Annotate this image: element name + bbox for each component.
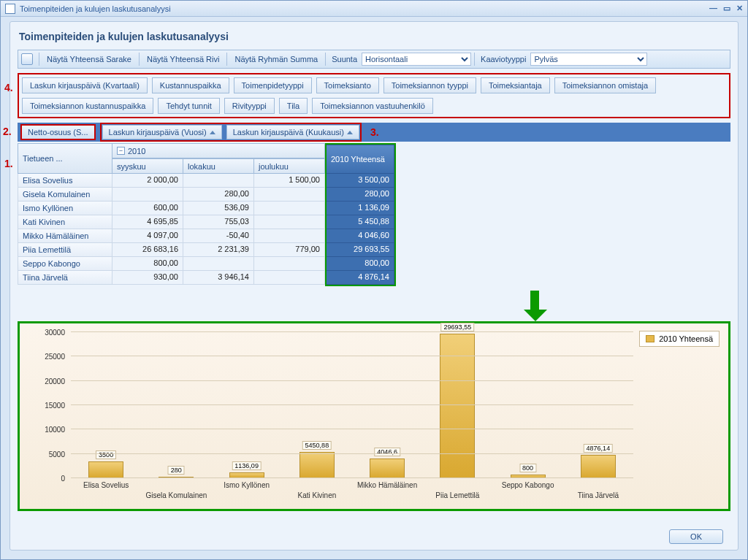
filter-chip[interactable]: Tila — [279, 98, 308, 114]
data-cell[interactable]: 2 000,00 — [112, 174, 183, 188]
row-header[interactable]: Tiina Järvelä — [18, 271, 112, 285]
x-tick-label: Mikko Hämäläinen — [352, 481, 422, 506]
row-header[interactable]: Gisela Komulainen — [18, 188, 112, 202]
data-cell[interactable]: 280,00 — [183, 188, 254, 202]
data-cell[interactable] — [254, 202, 325, 215]
y-tick: 5000 — [49, 450, 65, 458]
data-cell[interactable]: 26 683,16 — [112, 243, 183, 257]
row-header[interactable]: Piia Lemettilä — [18, 243, 112, 257]
data-cell[interactable]: 779,00 — [254, 243, 325, 257]
data-cell[interactable]: -50,40 — [183, 229, 254, 243]
filter-chip[interactable]: Toimenpidetyyppi — [234, 77, 312, 93]
month-header[interactable]: lokakuu — [183, 158, 254, 174]
y-tick: 0 — [61, 475, 65, 483]
row-field-chip[interactable]: Tietueen ... — [18, 143, 112, 174]
total-cell[interactable]: 29 693,55 — [327, 243, 394, 257]
data-cell[interactable]: 2 231,39 — [183, 243, 254, 257]
data-cell[interactable] — [183, 174, 254, 188]
data-cell[interactable]: 755,03 — [183, 215, 254, 229]
filter-chip[interactable]: Laskun kirjauspäivä (Kvartaali) — [22, 77, 148, 93]
page-title: Toimenpiteiden ja kulujen laskutusanalyy… — [18, 28, 730, 50]
row-header[interactable]: Elisa Sovelius — [18, 174, 112, 188]
y-tick: 20000 — [45, 377, 65, 385]
data-cell[interactable]: 4 097,00 — [112, 229, 183, 243]
charttype-select[interactable]: Pylväs — [530, 53, 647, 66]
data-cell[interactable] — [254, 271, 325, 285]
month-header[interactable]: joulukuu — [254, 158, 325, 174]
data-cell[interactable]: 600,00 — [112, 202, 183, 215]
row-header[interactable]: Seppo Kabongo — [18, 257, 112, 271]
chart-bar[interactable] — [370, 459, 405, 478]
chart-bar[interactable] — [581, 455, 616, 479]
column-field-area[interactable]: 2. Netto-osuus (S... Laskun kirjauspäivä… — [18, 123, 730, 142]
total-cell[interactable]: 800,00 — [327, 257, 394, 271]
data-cell[interactable] — [112, 188, 183, 202]
data-cell[interactable]: 930,00 — [112, 271, 183, 285]
row-header[interactable]: Ismo Kyllönen — [18, 202, 112, 215]
total-cell[interactable]: 4 876,14 — [327, 271, 394, 285]
titlebar[interactable]: Toimenpiteiden ja kulujen laskutusanalyy… — [1, 1, 747, 17]
filter-chip[interactable]: Toimeksiannon vastuuhenkilö — [312, 98, 433, 114]
collapse-icon[interactable]: − — [117, 147, 125, 155]
y-tick: 30000 — [45, 329, 65, 337]
toggle-total-row[interactable]: Näytä Yhteensä Rivi — [142, 53, 224, 66]
filter-chip[interactable]: Toimeksiannon tyyppi — [383, 77, 476, 93]
chart-bar[interactable] — [88, 461, 123, 478]
bar-value-label: 5450,88 — [302, 441, 332, 450]
total-header[interactable]: 2010 Yhteensä — [327, 145, 394, 174]
bar-value-label: 800 — [519, 464, 536, 472]
bar-value-label: 4046,6 — [374, 448, 400, 456]
toggle-total-column[interactable]: Näytä Yhteensä Sarake — [42, 53, 136, 66]
total-cell[interactable]: 1 136,09 — [327, 202, 394, 215]
data-cell[interactable]: 536,09 — [183, 202, 254, 215]
sort-asc-icon — [210, 131, 215, 134]
filter-chip[interactable]: Toimeksiannon kustannuspaikka — [22, 98, 153, 114]
filter-chip[interactable]: Toimeksianto — [316, 77, 379, 93]
toggle-group-sum[interactable]: Näytä Ryhmän Summa — [230, 53, 322, 66]
total-cell[interactable]: 280,00 — [327, 188, 394, 202]
data-cell[interactable] — [254, 215, 325, 229]
bar-value-label: 4876,14 — [584, 444, 614, 453]
close-button[interactable]: ✕ — [736, 4, 743, 13]
year-header[interactable]: −2010 — [112, 143, 325, 158]
direction-select[interactable]: Horisontaali — [362, 53, 471, 66]
filter-chip[interactable]: Kustannuspaikka — [152, 77, 229, 93]
bar-value-label: 29693,55 — [441, 323, 475, 331]
data-cell[interactable]: 1 500,00 — [254, 174, 325, 188]
annotation-3: 3. — [370, 126, 379, 138]
filter-field-area[interactable]: 4. Laskun kirjauspäivä (Kvartaali) Kusta… — [18, 73, 730, 118]
maximize-button[interactable]: ▭ — [723, 4, 730, 13]
total-cell[interactable]: 5 450,88 — [327, 215, 394, 229]
filter-chip[interactable]: Toimeksiantaja — [481, 77, 550, 93]
row-header[interactable]: Kati Kivinen — [18, 215, 112, 229]
x-tick-label: Gisela Komulainen — [141, 491, 211, 516]
data-cell[interactable] — [183, 257, 254, 271]
toolbar: Näytä Yhteensä Sarake Näytä Yhteensä Riv… — [18, 50, 730, 69]
chart-x-axis: Elisa SoveliusGisela KomulainenIsmo Kyll… — [71, 481, 633, 506]
data-cell[interactable]: 4 695,85 — [112, 215, 183, 229]
measure-chip[interactable]: Netto-osuus (S... — [20, 124, 96, 140]
direction-label: Suunta — [329, 55, 360, 64]
chart-bar[interactable] — [299, 452, 335, 478]
filter-chip[interactable]: Toimeksiannon omistaja — [554, 77, 656, 93]
chart-panel: 2010 Yhteensä 05000100001500020000250003… — [18, 321, 730, 511]
total-column: 2010 Yhteensä 3 500,00 280,00 1 136,09 5… — [325, 143, 396, 286]
filter-chip[interactable]: Tehdyt tunnit — [158, 98, 219, 114]
data-cell[interactable]: 800,00 — [112, 257, 183, 271]
ok-button[interactable]: OK — [669, 529, 723, 544]
print-icon[interactable] — [21, 53, 33, 65]
data-cell[interactable]: 3 946,14 — [183, 271, 254, 285]
month-header[interactable]: syyskuu — [112, 158, 183, 174]
data-cell[interactable] — [254, 257, 325, 271]
legend-swatch-icon — [646, 335, 654, 342]
x-tick-label: Kati Kivinen — [282, 491, 352, 516]
row-header[interactable]: Mikko Hämäläinen — [18, 229, 112, 243]
col-month-chip[interactable]: Laskun kirjauspäivä (Kuukausi) — [226, 125, 359, 139]
col-year-chip[interactable]: Laskun kirjauspäivä (Vuosi) — [102, 125, 222, 139]
total-cell[interactable]: 3 500,00 — [327, 174, 394, 188]
filter-chip[interactable]: Rivityyppi — [224, 98, 275, 114]
total-cell[interactable]: 4 046,60 — [327, 229, 394, 243]
data-cell[interactable] — [254, 188, 325, 202]
minimize-button[interactable]: — — [709, 4, 717, 13]
data-cell[interactable] — [254, 229, 325, 243]
